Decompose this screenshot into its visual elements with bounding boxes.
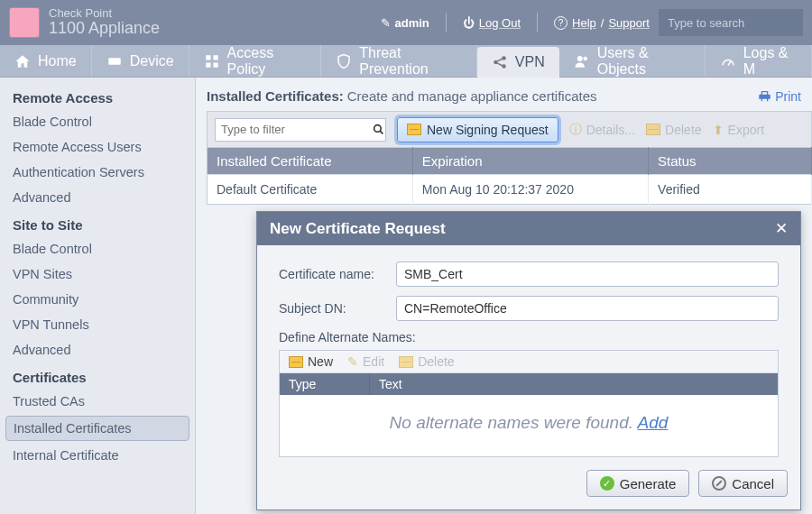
tab-threat[interactable]: Threat Prevention: [321, 45, 477, 77]
brand-text: Check Point 1100 Appliance: [49, 7, 160, 38]
sidebar-item-installed-certificates[interactable]: Installed Certificates: [5, 416, 189, 441]
table-row[interactable]: Default Certificate Mon Aug 10 20:12:37 …: [208, 175, 812, 205]
tab-home-label: Home: [38, 53, 77, 69]
filter-input[interactable]: [221, 123, 373, 136]
table-header-expiration[interactable]: Expiration: [412, 148, 648, 175]
check-icon: ✓: [600, 476, 614, 491]
alt-names-empty: No alternate names were found. Add: [280, 395, 778, 456]
new-signing-request-button[interactable]: New Signing Request: [397, 117, 558, 142]
modal-header: New Certificate Request ✕: [257, 212, 800, 245]
alt-new-button[interactable]: New: [289, 354, 333, 369]
top-bar: Check Point 1100 Appliance ✎ admin ⏻ Log…: [0, 0, 812, 45]
sidebar-item-internal-certificate[interactable]: Internal Certificate: [0, 443, 195, 468]
tab-vpn[interactable]: VPN: [477, 47, 559, 78]
sidebar-item-vpn-tunnels[interactable]: VPN Tunnels: [0, 312, 195, 337]
export-icon: ⬆: [713, 123, 724, 137]
help-label: Help: [572, 16, 596, 30]
cert-name-label: Certificate name:: [279, 267, 396, 281]
svg-point-10: [374, 125, 382, 133]
alt-names-panel: New ✎ Edit Delete Type Text No alternate…: [279, 350, 779, 457]
sidebar: Remote Access Blade Control Remote Acces…: [0, 78, 196, 514]
svg-rect-2: [213, 55, 217, 60]
table-header-cert[interactable]: Installed Certificate: [208, 148, 413, 175]
logout-label: Log Out: [479, 16, 521, 30]
tab-access-label: Access Policy: [227, 45, 307, 78]
logout-link[interactable]: ⏻ Log Out: [463, 16, 521, 30]
gauge-icon: [720, 53, 736, 69]
user-section: ✎ admin: [381, 16, 429, 30]
brand-logo-icon: [9, 7, 40, 38]
sidebar-item-blade-control[interactable]: Blade Control: [0, 109, 195, 134]
sidebar-group-certificates: Certificates: [0, 363, 195, 389]
cert-name-input[interactable]: [396, 262, 779, 287]
tab-vpn-label: VPN: [515, 54, 545, 70]
tab-logs-label: Logs & M: [743, 45, 797, 78]
svg-rect-1: [206, 55, 210, 60]
close-icon[interactable]: ✕: [775, 219, 788, 238]
content-toolbar: New Signing Request ⓘ Details... Delete …: [207, 111, 812, 147]
user-name: admin: [395, 16, 429, 30]
cancel-icon: [712, 476, 726, 491]
sidebar-item-blade-control-s2s[interactable]: Blade Control: [0, 236, 195, 262]
alt-new-label: New: [308, 354, 333, 369]
main-tabs: Home Device Access Policy Threat Prevent…: [0, 45, 812, 78]
svg-point-6: [502, 56, 506, 60]
certificates-table: Installed Certificate Expiration Status …: [207, 147, 812, 205]
subject-dn-label: Subject DN:: [279, 301, 396, 316]
home-icon: [14, 53, 31, 69]
modal-title: New Certificate Request: [270, 220, 446, 238]
tab-home[interactable]: Home: [0, 45, 92, 77]
delete-icon: [646, 124, 660, 135]
tab-users-label: Users & Objects: [597, 45, 690, 78]
cell-status: Verified: [649, 175, 812, 205]
print-link[interactable]: Print: [758, 89, 801, 104]
alt-delete-button: Delete: [399, 354, 454, 369]
device-icon: [106, 53, 123, 69]
printer-icon: [758, 89, 771, 103]
svg-rect-0: [108, 58, 121, 65]
cell-expiration: Mon Aug 10 20:12:37 2020: [412, 175, 648, 205]
alt-delete-label: Delete: [418, 354, 454, 369]
alt-delete-icon: [399, 356, 413, 368]
delete-button: Delete: [646, 123, 701, 137]
svg-point-8: [577, 56, 582, 61]
details-label: Details...: [586, 123, 635, 137]
tab-users[interactable]: Users & Objects: [559, 45, 706, 77]
alt-names-label: Define Alternate Names:: [279, 330, 779, 344]
tab-threat-label: Threat Prevention: [359, 45, 462, 78]
generate-button[interactable]: ✓ Generate: [586, 470, 690, 497]
cancel-button[interactable]: Cancel: [698, 470, 788, 497]
delete-label: Delete: [665, 123, 701, 137]
empty-text: No alternate names were found.: [390, 413, 638, 432]
brand-line1: Check Point: [49, 7, 160, 20]
sidebar-item-auth-servers[interactable]: Authentication Servers: [0, 160, 195, 185]
sidebar-group-remote-access: Remote Access: [0, 83, 195, 109]
generate-label: Generate: [620, 476, 677, 491]
export-label: Export: [728, 123, 764, 137]
sidebar-item-vpn-sites[interactable]: VPN Sites: [0, 262, 195, 287]
support-label: Support: [608, 16, 650, 30]
details-button: ⓘ Details...: [569, 122, 635, 138]
shield-icon: [336, 53, 352, 69]
tab-device-label: Device: [130, 53, 174, 69]
sidebar-item-advanced-ra[interactable]: Advanced: [0, 185, 195, 210]
tab-logs[interactable]: Logs & M: [706, 45, 812, 77]
sidebar-item-community[interactable]: Community: [0, 287, 195, 312]
page-subtitle: Create and manage appliance certificates: [347, 88, 597, 104]
edit-icon: ✎: [347, 354, 358, 369]
add-alt-name-link[interactable]: Add: [638, 413, 669, 432]
table-header-status[interactable]: Status: [649, 148, 812, 175]
tab-device[interactable]: Device: [92, 45, 189, 77]
sidebar-item-trusted-cas[interactable]: Trusted CAs: [0, 389, 195, 414]
alt-edit-button: ✎ Edit: [347, 354, 384, 369]
brand-line2: 1100 Appliance: [49, 20, 160, 38]
top-search-input[interactable]: [659, 9, 803, 36]
search-icon: [373, 124, 384, 135]
sidebar-item-advanced-s2s[interactable]: Advanced: [0, 337, 195, 363]
page-title: Installed Certificates:: [207, 88, 344, 104]
filter-box[interactable]: [215, 118, 386, 142]
help-support[interactable]: ? Help/Support: [554, 16, 650, 30]
subject-dn-input[interactable]: [396, 296, 779, 321]
tab-access[interactable]: Access Policy: [189, 45, 322, 77]
sidebar-item-remote-access-users[interactable]: Remote Access Users: [0, 134, 195, 160]
